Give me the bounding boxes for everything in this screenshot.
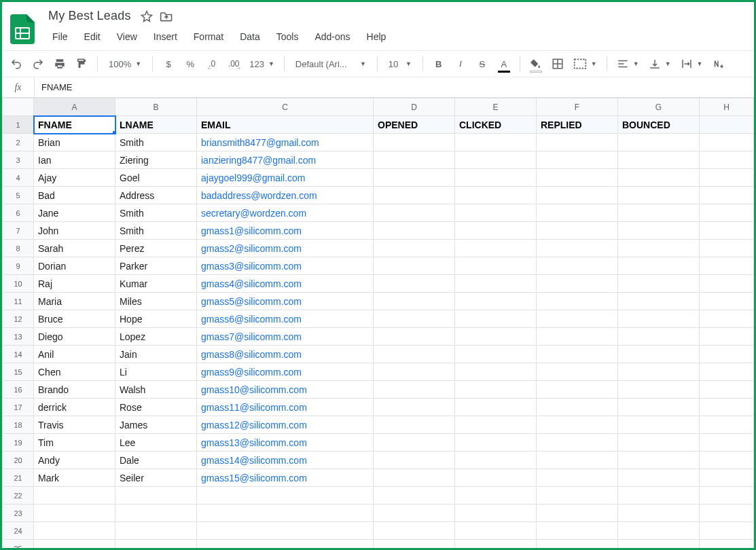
- cell[interactable]: Jain: [115, 346, 197, 363]
- cell[interactable]: [700, 293, 754, 310]
- cell[interactable]: [700, 240, 754, 257]
- cell[interactable]: [618, 151, 700, 169]
- cell[interactable]: [700, 204, 754, 222]
- cell[interactable]: [618, 204, 700, 222]
- text-wrap-button[interactable]: ▼: [677, 54, 707, 74]
- cell[interactable]: Dale: [115, 452, 197, 469]
- row-header[interactable]: 3: [3, 151, 34, 169]
- cell[interactable]: [537, 187, 618, 204]
- row-header[interactable]: 19: [3, 434, 34, 452]
- cell[interactable]: [374, 134, 455, 151]
- cell[interactable]: Lopez: [115, 328, 197, 346]
- cell[interactable]: [537, 310, 618, 328]
- cell[interactable]: [618, 187, 700, 204]
- cell[interactable]: [374, 328, 455, 346]
- cell[interactable]: [537, 381, 618, 399]
- cell[interactable]: [197, 522, 374, 540]
- cell[interactable]: [537, 240, 618, 257]
- cell[interactable]: [374, 469, 455, 487]
- font-family-dropdown[interactable]: Default (Ari... ▼: [290, 54, 372, 74]
- cell[interactable]: [374, 522, 455, 540]
- cell[interactable]: gmass3@silicomm.com: [197, 257, 374, 275]
- cell[interactable]: [374, 257, 455, 275]
- cell[interactable]: [700, 222, 754, 240]
- cell[interactable]: [537, 399, 618, 416]
- row-header[interactable]: 21: [3, 469, 34, 487]
- cell[interactable]: ajaygoel999@gmail.com: [197, 169, 374, 187]
- cell[interactable]: [34, 487, 115, 505]
- menu-view[interactable]: View: [110, 29, 144, 45]
- text-color-button[interactable]: A: [494, 54, 514, 74]
- cell[interactable]: [618, 452, 700, 469]
- cell[interactable]: [374, 540, 455, 549]
- cell[interactable]: [700, 540, 754, 549]
- row-header[interactable]: 11: [3, 293, 34, 310]
- font-size-dropdown[interactable]: 10 ▼: [383, 54, 417, 74]
- cell[interactable]: gmass4@silicomm.com: [197, 275, 374, 293]
- cell[interactable]: [455, 399, 537, 416]
- cell[interactable]: [537, 346, 618, 363]
- cell[interactable]: [618, 505, 700, 522]
- cell[interactable]: [537, 222, 618, 240]
- text-rotation-button[interactable]: [708, 54, 728, 74]
- cell[interactable]: [455, 416, 537, 434]
- redo-button[interactable]: [28, 54, 48, 74]
- cell[interactable]: Tim: [34, 434, 115, 452]
- cell[interactable]: Raj: [34, 275, 115, 293]
- cell[interactable]: [618, 487, 700, 505]
- cell[interactable]: [374, 505, 455, 522]
- cell[interactable]: Bruce: [34, 310, 115, 328]
- cell[interactable]: [374, 434, 455, 452]
- cell[interactable]: Walsh: [115, 381, 197, 399]
- more-formats-dropdown[interactable]: 123 ▼: [245, 54, 278, 74]
- col-header-B[interactable]: B: [115, 98, 197, 116]
- cell[interactable]: [700, 452, 754, 469]
- menu-insert[interactable]: Insert: [147, 29, 184, 45]
- cell[interactable]: [537, 469, 618, 487]
- cell[interactable]: [700, 434, 754, 452]
- decrease-decimal-button[interactable]: .0←: [202, 54, 222, 74]
- cell[interactable]: [455, 240, 537, 257]
- cell[interactable]: [537, 540, 618, 549]
- cell[interactable]: gmass10@silicomm.com: [197, 381, 374, 399]
- cell[interactable]: LNAME: [115, 116, 197, 134]
- cell[interactable]: badaddress@wordzen.com: [197, 187, 374, 204]
- col-header-D[interactable]: D: [374, 98, 455, 116]
- cell[interactable]: Dorian: [34, 257, 115, 275]
- cell[interactable]: Anil: [34, 346, 115, 363]
- row-header[interactable]: 1: [3, 116, 34, 134]
- cell[interactable]: [618, 134, 700, 151]
- menu-addons[interactable]: Add-ons: [308, 29, 357, 45]
- cell[interactable]: [455, 257, 537, 275]
- cell[interactable]: [455, 540, 537, 549]
- cell[interactable]: [537, 275, 618, 293]
- cell[interactable]: FNAME: [34, 116, 115, 134]
- cell[interactable]: [34, 505, 115, 522]
- cell[interactable]: EMAIL: [197, 116, 374, 134]
- cell[interactable]: [700, 310, 754, 328]
- cell[interactable]: [537, 434, 618, 452]
- cell[interactable]: [700, 399, 754, 416]
- cell[interactable]: [455, 346, 537, 363]
- cell[interactable]: [618, 346, 700, 363]
- menu-tools[interactable]: Tools: [270, 29, 306, 45]
- fill-color-button[interactable]: [526, 54, 546, 74]
- cell[interactable]: [537, 204, 618, 222]
- cell[interactable]: Lee: [115, 434, 197, 452]
- cell[interactable]: [374, 310, 455, 328]
- cell[interactable]: [197, 505, 374, 522]
- borders-button[interactable]: [547, 54, 568, 74]
- cell[interactable]: [537, 416, 618, 434]
- col-header-G[interactable]: G: [618, 98, 700, 116]
- cell[interactable]: [455, 381, 537, 399]
- row-header[interactable]: 7: [3, 222, 34, 240]
- row-header[interactable]: 8: [3, 240, 34, 257]
- cell[interactable]: [197, 540, 374, 549]
- cell[interactable]: ianziering8477@gmail.com: [197, 151, 374, 169]
- cell[interactable]: [115, 505, 197, 522]
- cell[interactable]: Travis: [34, 416, 115, 434]
- select-all-corner[interactable]: [3, 98, 34, 116]
- increase-decimal-button[interactable]: .00→: [223, 54, 244, 74]
- cell[interactable]: gmass6@silicomm.com: [197, 310, 374, 328]
- cell[interactable]: Parker: [115, 257, 197, 275]
